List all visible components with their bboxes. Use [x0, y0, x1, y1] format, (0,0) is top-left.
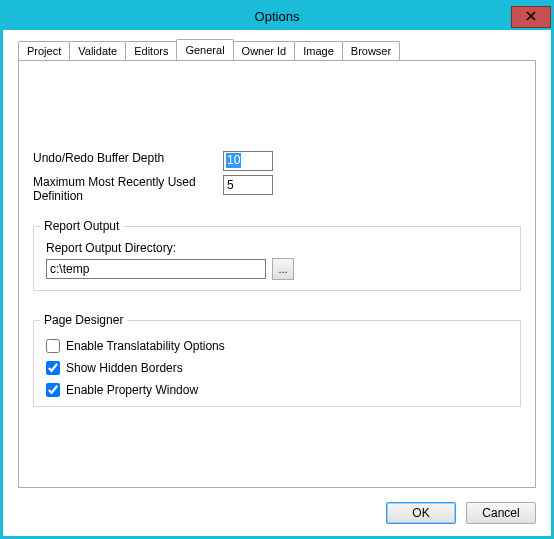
- window-title: Options: [3, 9, 551, 24]
- browse-button[interactable]: ...: [272, 258, 294, 280]
- footer-buttons: OK Cancel: [386, 502, 536, 524]
- tab-ownerid[interactable]: Owner Id: [233, 41, 296, 61]
- options-window: Options Project Validate Editors General…: [0, 0, 554, 539]
- tab-validate[interactable]: Validate: [69, 41, 126, 61]
- chk-translate[interactable]: [46, 339, 60, 353]
- chk-hidden-row[interactable]: Show Hidden Borders: [46, 357, 508, 379]
- page-designer-group: Page Designer Enable Translatability Opt…: [33, 313, 521, 407]
- chk-translate-row[interactable]: Enable Translatability Options: [46, 335, 508, 357]
- tab-general[interactable]: General: [176, 39, 233, 59]
- page-designer-legend: Page Designer: [40, 313, 127, 327]
- chk-hidden-label: Show Hidden Borders: [66, 361, 183, 375]
- undo-input-wrap: 10: [223, 151, 273, 171]
- tab-image[interactable]: Image: [294, 41, 343, 61]
- tab-editors[interactable]: Editors: [125, 41, 177, 61]
- undo-input-selection: 10: [226, 153, 241, 168]
- titlebar: Options: [3, 3, 551, 30]
- tab-browser[interactable]: Browser: [342, 41, 400, 61]
- client-area: Project Validate Editors General Owner I…: [3, 30, 551, 536]
- tabpanel-general: Undo/Redo Buffer Depth 10 Maximum Most R…: [18, 60, 536, 488]
- report-output-legend: Report Output: [40, 219, 123, 233]
- report-output-group: Report Output Report Output Directory: .…: [33, 219, 521, 291]
- browse-button-label: ...: [278, 263, 287, 275]
- ok-button[interactable]: OK: [386, 502, 456, 524]
- chk-hidden[interactable]: [46, 361, 60, 375]
- undo-label: Undo/Redo Buffer Depth: [33, 151, 223, 165]
- report-dir-label: Report Output Directory:: [46, 241, 508, 255]
- chk-translate-label: Enable Translatability Options: [66, 339, 225, 353]
- cancel-button[interactable]: Cancel: [466, 502, 536, 524]
- close-button[interactable]: [511, 6, 551, 28]
- mru-label: Maximum Most Recently Used Definition: [33, 175, 223, 203]
- chk-propwin[interactable]: [46, 383, 60, 397]
- chk-propwin-label: Enable Property Window: [66, 383, 198, 397]
- tab-project[interactable]: Project: [18, 41, 70, 61]
- close-icon: [526, 10, 536, 24]
- chk-propwin-row[interactable]: Enable Property Window: [46, 379, 508, 401]
- mru-input[interactable]: [223, 175, 273, 195]
- report-dir-input[interactable]: [46, 259, 266, 279]
- tabstrip: Project Validate Editors General Owner I…: [18, 40, 536, 60]
